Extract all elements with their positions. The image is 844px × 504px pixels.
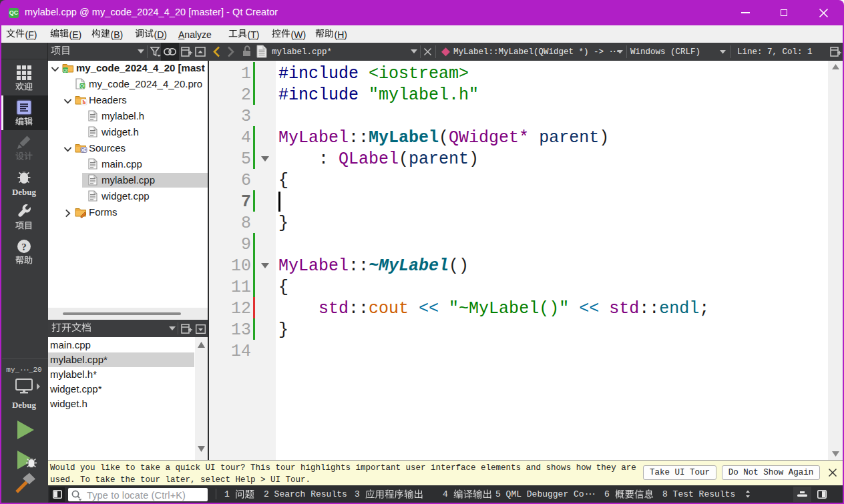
svg-text:?: ?: [21, 242, 27, 252]
svg-text:h: h: [82, 99, 85, 105]
svg-text:Qt: Qt: [63, 68, 68, 73]
svg-text:C+: C+: [81, 148, 87, 152]
svg-text:Qt: Qt: [80, 83, 85, 89]
